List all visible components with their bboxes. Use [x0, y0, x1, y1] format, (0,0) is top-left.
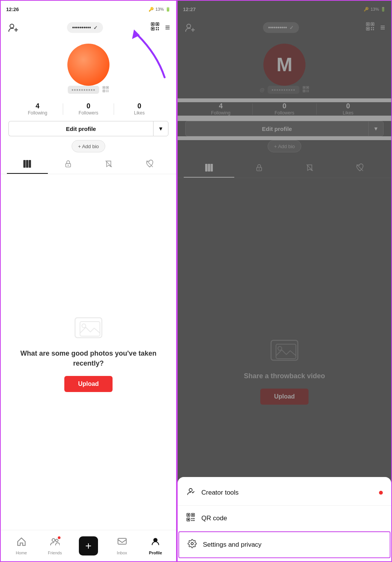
- left-qr-icon[interactable]: [150, 22, 160, 33]
- svg-rect-8: [152, 28, 154, 29]
- left-inbox-label: Inbox: [117, 551, 127, 555]
- left-friends-label: Friends: [48, 551, 62, 555]
- left-battery-icon: 🔋: [165, 7, 171, 12]
- left-nav-friends[interactable]: Friends: [38, 534, 72, 558]
- left-tab-bookmark-icon: [105, 160, 113, 170]
- svg-rect-24: [26, 160, 28, 168]
- left-stat-likes[interactable]: 0 Likes: [114, 102, 165, 116]
- right-sheet-creator-tools[interactable]: Creator tools: [178, 480, 391, 506]
- right-dimmed-overlay[interactable]: [178, 1, 391, 492]
- svg-rect-72: [188, 514, 189, 516]
- right-creator-tools-label: Creator tools: [201, 489, 238, 497]
- svg-rect-77: [191, 518, 193, 519]
- left-tab-bookmark[interactable]: [88, 156, 129, 174]
- left-add-friend-icon[interactable]: [7, 21, 19, 34]
- left-plus-button[interactable]: +: [79, 536, 98, 555]
- left-panel: 12:26 🔑 13% 🔋 •••••••••• ✓: [0, 0, 177, 562]
- left-username-text: ••••••••••: [72, 25, 91, 31]
- left-content-area: What are some good photos you've taken r…: [1, 174, 176, 530]
- left-checkmark: ✓: [93, 25, 98, 31]
- left-profile-section: ••••••••••: [1, 38, 176, 98]
- left-nav-center[interactable]: •••••••••• ✓: [67, 22, 103, 33]
- left-status-time: 12:26: [6, 7, 19, 12]
- svg-point-27: [67, 165, 69, 166]
- svg-rect-18: [103, 90, 105, 91]
- right-sheet-qr-code[interactable]: QR code: [178, 506, 391, 531]
- svg-rect-78: [193, 518, 194, 519]
- left-stat-following[interactable]: 4 Following: [12, 102, 63, 116]
- svg-rect-23: [23, 160, 26, 168]
- left-nav-home[interactable]: Home: [5, 534, 38, 558]
- left-following-label: Following: [28, 110, 47, 116]
- right-bottom-sheet: Creator tools QR code: [178, 477, 391, 561]
- left-content-tabs: [1, 156, 176, 174]
- left-bottom-nav: Home Friends +: [1, 530, 176, 561]
- svg-rect-30: [75, 318, 102, 338]
- svg-rect-16: [107, 87, 108, 88]
- left-nav-profile[interactable]: Profile: [139, 534, 172, 558]
- left-inbox-icon: [117, 537, 127, 549]
- left-followers-label: Followers: [78, 110, 98, 116]
- left-tab-grid[interactable]: [7, 156, 48, 174]
- left-friends-icon: [50, 537, 60, 549]
- right-settings-icon: [188, 539, 197, 551]
- svg-rect-76: [188, 519, 189, 520]
- left-avatar[interactable]: [67, 44, 109, 86]
- svg-rect-6: [157, 23, 158, 25]
- left-friends-badge: [57, 536, 61, 540]
- right-creator-tools-dot: [379, 491, 383, 495]
- svg-rect-11: [156, 29, 157, 30]
- left-placeholder-image: [73, 312, 104, 343]
- svg-rect-74: [192, 514, 194, 516]
- left-tab-lock-icon: [64, 160, 72, 170]
- left-status-icons: 🔑 13% 🔋: [149, 7, 171, 12]
- right-creator-tools-icon: [186, 487, 195, 498]
- left-followers-number: 0: [87, 102, 90, 110]
- svg-line-29: [147, 161, 153, 167]
- svg-rect-79: [191, 520, 193, 521]
- svg-rect-80: [193, 520, 194, 521]
- left-top-nav: •••••••••• ✓ ≡: [1, 18, 176, 38]
- left-nav-left: [7, 21, 19, 34]
- svg-rect-10: [158, 27, 159, 28]
- left-edit-profile-row: Edit profile ▼: [1, 121, 176, 136]
- left-tab-heart-icon: [145, 160, 154, 170]
- left-placeholder-text: What are some good photos you've taken r…: [8, 349, 168, 368]
- left-username-display: ••••••••••: [68, 86, 100, 94]
- left-home-label: Home: [16, 551, 27, 555]
- left-nav-inbox[interactable]: Inbox: [105, 534, 139, 558]
- right-sheet-settings[interactable]: Settings and privacy: [178, 531, 390, 558]
- left-edit-profile-button[interactable]: Edit profile: [8, 121, 153, 136]
- left-username-pill[interactable]: •••••••••• ✓: [67, 22, 103, 33]
- left-tab-grid-icon: [23, 159, 32, 171]
- left-tab-lock[interactable]: [48, 156, 89, 174]
- left-home-icon: [16, 537, 26, 549]
- svg-point-0: [10, 24, 14, 28]
- left-nav-plus[interactable]: +: [72, 533, 105, 559]
- svg-rect-19: [106, 90, 107, 91]
- left-profile-label: Profile: [149, 551, 162, 555]
- svg-rect-14: [103, 87, 105, 88]
- left-add-bio-row: + Add bio: [1, 140, 176, 156]
- svg-rect-20: [108, 90, 109, 91]
- right-qr-code-icon: [186, 513, 195, 524]
- svg-point-33: [52, 538, 55, 541]
- left-stat-followers[interactable]: 0 Followers: [63, 102, 114, 116]
- svg-rect-22: [108, 91, 109, 92]
- svg-rect-21: [106, 91, 107, 92]
- right-settings-label: Settings and privacy: [203, 541, 261, 549]
- left-add-bio-button[interactable]: + Add bio: [72, 140, 106, 152]
- svg-point-32: [82, 324, 86, 328]
- left-following-number: 4: [36, 102, 39, 110]
- left-hamburger-icon[interactable]: ≡: [165, 23, 170, 33]
- left-upload-button[interactable]: Upload: [64, 376, 113, 392]
- left-nav-right: ≡: [150, 22, 170, 33]
- left-battery: 13%: [155, 7, 164, 11]
- right-qr-code-label: QR code: [201, 515, 227, 522]
- left-tab-heart[interactable]: [129, 156, 170, 174]
- left-likes-number: 0: [137, 102, 141, 110]
- left-username-row: ••••••••••: [68, 86, 109, 94]
- right-panel: 12:27 🔑 13% 🔋 •••••••••• ✓: [177, 0, 392, 562]
- left-edit-dropdown-button[interactable]: ▼: [153, 121, 168, 136]
- svg-point-35: [154, 538, 157, 542]
